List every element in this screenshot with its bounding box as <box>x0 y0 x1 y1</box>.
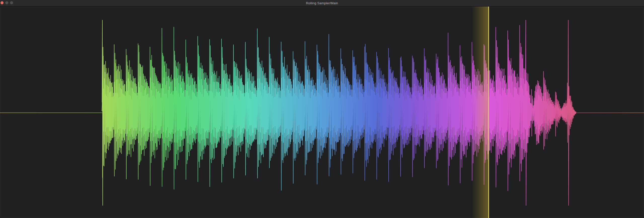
titlebar: Rolling Sampler/Main <box>0 0 644 7</box>
window-title: Rolling Sampler/Main <box>0 0 644 7</box>
playhead-glow <box>472 7 488 218</box>
waveform-display[interactable] <box>0 7 644 218</box>
app-window: Rolling Sampler/Main <box>0 0 644 218</box>
playhead-line-core <box>489 7 489 218</box>
waveform-outline <box>102 20 576 205</box>
waveform-canvas[interactable] <box>0 7 644 218</box>
